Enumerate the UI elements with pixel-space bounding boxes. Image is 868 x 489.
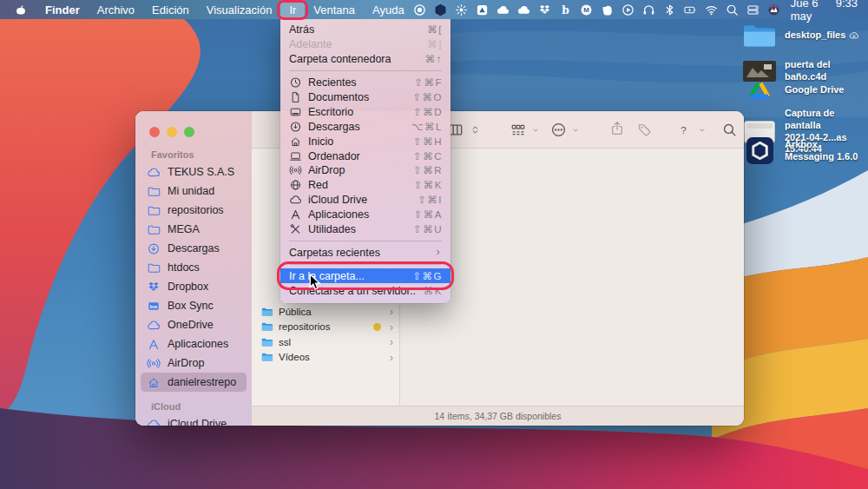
go-menu-item-documentos[interactable]: Documentos⇧⌘O [280, 90, 450, 105]
share-icon[interactable] [609, 121, 625, 136]
chevron-down-icon[interactable] [571, 126, 580, 135]
svg-text:M: M [583, 6, 589, 14]
go-menu-item-adelante[interactable]: Adelante⌘] [280, 37, 450, 52]
sidebar-item-label: Descargas [168, 242, 220, 254]
menu-item-label: Inicio [308, 135, 406, 148]
stats-icon[interactable] [767, 3, 780, 17]
menu-item-label: Escritorio [308, 106, 406, 118]
go-menu-item-carpeta-contenedora[interactable]: Carpeta contenedora⌘↑ [280, 52, 450, 67]
go-menu-item-ordenador[interactable]: Ordenador⇧⌘C [280, 149, 450, 163]
go-menu-item-descargas[interactable]: Descargas⌥⌘L [280, 119, 450, 134]
chevron-down-icon[interactable] [698, 126, 707, 135]
sidebar-item-box-sync[interactable]: boxBox Sync [141, 296, 247, 315]
go-menu-item-inicio[interactable]: Inicio⇧⌘H [280, 134, 450, 149]
desktop-item-desktop-files[interactable]: desktop_files [740, 23, 868, 49]
play-circle-icon[interactable] [621, 3, 635, 17]
menubar-item-edición[interactable]: Edición [143, 0, 198, 19]
file-row-repositorios[interactable]: repositorios› [252, 320, 399, 335]
evernote-icon[interactable] [601, 3, 614, 17]
menubar-item-finder[interactable]: Finder [36, 0, 89, 19]
sidebar-item-dropbox[interactable]: Dropbox [141, 277, 247, 296]
file-row-ssl[interactable]: ssl› [252, 334, 399, 350]
chevron-right-icon: › [390, 352, 393, 363]
sidebar-item-mi-unidad[interactable]: Mi unidad [141, 182, 247, 201]
more-actions-icon[interactable] [550, 122, 567, 138]
sidebar-item-danielrestrepo[interactable]: danielrestrepo [141, 373, 247, 392]
sidebar-item-htdocs[interactable]: htdocs [141, 258, 247, 277]
go-menu-item-utilidades[interactable]: Utilidades⇧⌘U [280, 222, 450, 237]
file-row-pública[interactable]: Pública› [252, 304, 399, 320]
chevron-down-icon[interactable] [531, 126, 540, 135]
go-menu-item-carpetas-recientes[interactable]: Carpetas recientes [280, 245, 450, 260]
menu-item-label: Conectarse a un servidor... [289, 285, 417, 297]
sidebar-item-tekus-s-a-s[interactable]: TEKUS S.A.S [141, 162, 247, 182]
menu-bar-clock[interactable]: Jue 6 may 9:33 [791, 0, 858, 23]
apple-menu-icon[interactable] [5, 0, 36, 19]
menubar-item-ayuda[interactable]: Ayuda [364, 0, 413, 19]
go-menu-item-escritorio[interactable]: Escritorio⇧⌘D [280, 104, 450, 119]
cloud-icon[interactable] [496, 3, 510, 17]
dropbox-icon[interactable] [538, 3, 551, 17]
drive-icon[interactable] [746, 3, 760, 17]
group-by-icon[interactable] [510, 122, 526, 138]
go-menu-item-recientes[interactable]: Recientes⇧⌘F [280, 76, 450, 90]
menu-item-shortcut: ⌘↑ [425, 53, 443, 65]
file-row-vídeos[interactable]: Vídeos› [252, 350, 399, 366]
minimize-button[interactable] [167, 127, 177, 137]
menubar-item-visualización[interactable]: Visualización [198, 0, 281, 19]
go-menu-item-ir-a-la-carpeta[interactable]: Ir a la carpeta...⇧⌘G [280, 268, 450, 283]
help-icon[interactable]: ? [677, 123, 690, 136]
wifi-icon[interactable] [705, 3, 718, 17]
menu-item-label: Adelante [289, 38, 420, 50]
hexagon-icon[interactable] [434, 3, 447, 17]
go-menu-item-conectarse-a-un-servidor[interactable]: Conectarse a un servidor...⌘K [280, 283, 450, 298]
play-square-icon[interactable] [476, 3, 489, 17]
letter-b-icon[interactable]: b [559, 3, 572, 17]
download-icon [147, 242, 161, 255]
battery-charging-icon[interactable] [684, 3, 697, 17]
sun-icon[interactable] [455, 3, 468, 17]
go-menu-item-icloud-drive[interactable]: iCloud Drive⇧⌘I [280, 193, 450, 208]
submenu-chevron-icon [434, 248, 443, 257]
m-circle-icon[interactable]: M [580, 3, 593, 17]
sidebar-item-onedrive[interactable]: OneDrive [141, 315, 247, 334]
go-menu-item-aplicaciones[interactable]: Aplicaciones⇧⌘A [280, 208, 450, 222]
menubar-item-archivo[interactable]: Archivo [89, 0, 143, 19]
home-icon [147, 376, 161, 389]
go-menu-item-red[interactable]: Red⇧⌘K [280, 178, 450, 193]
cloud-icon[interactable] [517, 3, 530, 17]
close-button[interactable] [149, 127, 160, 137]
cloud-icon [147, 166, 161, 179]
menu-item-shortcut: ⇧⌘A [414, 208, 443, 221]
sidebar-item-icloud-drive[interactable]: iCloud Drive [141, 414, 247, 426]
spotlight-icon[interactable] [726, 3, 739, 17]
folder-icon [260, 320, 273, 333]
sidebar-item-aplicaciones[interactable]: Aplicaciones [141, 334, 247, 354]
bluetooth-icon[interactable] [663, 3, 676, 17]
menu-item-shortcut: ⇧⌘R [413, 164, 443, 176]
desktop-item-arkbox-messaging-1-6-0[interactable]: Arkbox Messaging 1.6.0 [740, 137, 868, 164]
go-menu-item-airdrop[interactable]: AirDrop⇧⌘R [280, 163, 450, 178]
menu-item-shortcut: ⇧⌘H [413, 135, 443, 148]
tag-icon[interactable] [637, 122, 652, 137]
updown-chevrons-icon[interactable] [470, 125, 480, 135]
time-text: 9:33 [836, 0, 858, 23]
sidebar-item-airdrop[interactable]: AirDrop [141, 354, 247, 373]
dropbox-icon [147, 281, 161, 294]
sidebar-item-repositorios[interactable]: repositorios [141, 201, 247, 220]
zoom-button[interactable] [184, 127, 194, 137]
status-icons: bM [413, 3, 780, 17]
sidebar-item-label: Box Sync [168, 300, 214, 312]
status-bar: 14 ítems, 34,37 GB disponibles [252, 406, 744, 426]
record-icon[interactable] [413, 3, 426, 17]
folder-large-icon [740, 23, 779, 49]
menu-item-label: Ordenador [308, 150, 406, 162]
search-icon[interactable] [722, 122, 737, 137]
menubar-item-ventana[interactable]: Ventana [305, 0, 364, 19]
desktop-item-google-drive[interactable]: Google Drive [740, 80, 868, 101]
sidebar-item-descargas[interactable]: Descargas [141, 239, 247, 258]
go-menu-item-atrás[interactable]: Atrás⌘[ [280, 23, 450, 37]
menubar-item-ir[interactable]: Ir [280, 0, 305, 19]
headphones-icon[interactable] [642, 3, 655, 17]
sidebar-item-mega[interactable]: MEGA [141, 220, 247, 239]
